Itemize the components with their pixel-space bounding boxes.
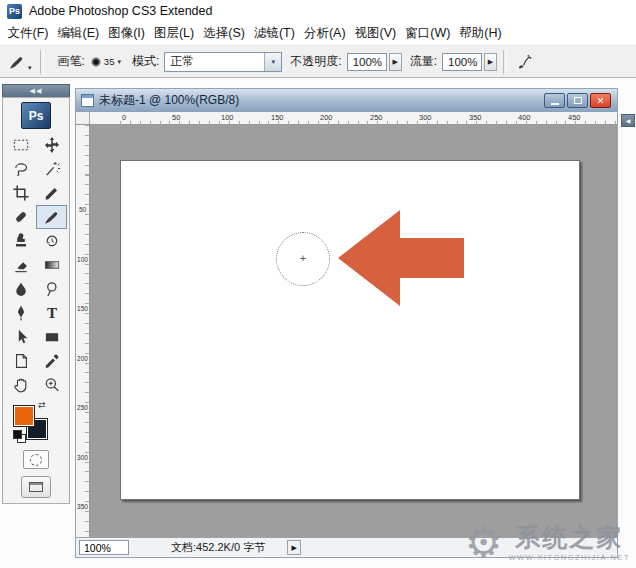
menu-file[interactable]: 文件(F) (3, 22, 53, 45)
brush-preset-picker[interactable]: 35 ▾ (88, 55, 124, 68)
zoom-level-input[interactable]: 100% (79, 540, 129, 555)
arrow-graphic (338, 210, 464, 306)
gradient-icon (43, 256, 61, 274)
tool-spot-healing-brush[interactable] (5, 205, 36, 229)
svg-text:T: T (46, 304, 56, 321)
tool-clone-stamp[interactable] (5, 229, 36, 253)
crop-icon (12, 184, 30, 202)
combo-dropdown-icon[interactable]: ▾ (264, 53, 281, 71)
blur-drop-icon (12, 280, 30, 298)
ruler-label: 450 (568, 113, 581, 122)
toolbox-collapse-button[interactable]: ◀◀ (2, 84, 70, 97)
brush-label: 画笔: (58, 53, 85, 70)
window-title: Adobe Photoshop CS3 Extended (29, 4, 212, 18)
tool-hand[interactable] (5, 373, 36, 397)
tool-eyedropper[interactable] (36, 349, 67, 373)
opacity-input[interactable]: 100% (347, 53, 387, 71)
mode-label: 模式: (132, 53, 159, 70)
canvas-area: + (90, 125, 617, 537)
separator (40, 50, 44, 74)
menu-window[interactable]: 窗口(W) (401, 22, 455, 45)
toolbox-body: Ps T (2, 97, 70, 504)
ruler-label: 350 (469, 113, 482, 122)
screen-mode-button[interactable] (21, 476, 51, 498)
status-bar: 100% 文档:452.2K/0 字节 ▶ (76, 537, 617, 557)
menu-filter[interactable]: 滤镜(T) (249, 22, 299, 45)
tool-brush[interactable] (36, 205, 67, 229)
photoshop-logo: Ps (21, 102, 51, 129)
close-button[interactable]: ✕ (590, 93, 611, 108)
move-icon (43, 136, 61, 154)
path-selection-icon (12, 328, 30, 346)
flow-slider-button[interactable]: ▶ (484, 53, 497, 71)
tool-zoom[interactable] (36, 373, 67, 397)
quick-mask-icon (30, 454, 42, 466)
tool-magic-wand[interactable] (36, 157, 67, 181)
menu-analysis[interactable]: 分析(A) (299, 22, 350, 45)
healing-brush-icon (12, 208, 30, 226)
default-colors-icon[interactable] (13, 430, 26, 443)
brush-cursor-circle: + (276, 232, 330, 286)
foreground-color-swatch[interactable] (13, 405, 35, 427)
slice-icon (43, 184, 61, 202)
menu-help[interactable]: 帮助(H) (455, 22, 506, 45)
tool-horizontal-type[interactable]: T (36, 301, 67, 325)
palette-dock-collapse-button[interactable]: ◀ (621, 114, 635, 127)
photoshop-app-icon: Ps (7, 4, 22, 19)
menu-edit[interactable]: 编辑(E) (53, 22, 104, 45)
dodge-icon (43, 280, 61, 298)
tool-slice[interactable] (36, 181, 67, 205)
tool-lasso[interactable] (5, 157, 36, 181)
tool-rectangle-shape[interactable] (36, 325, 67, 349)
menu-view[interactable]: 视图(V) (350, 22, 401, 45)
swap-colors-icon[interactable]: ⇄ (38, 400, 46, 410)
maximize-button[interactable] (567, 93, 588, 108)
opacity-label: 不透明度: (290, 53, 341, 70)
tool-notes[interactable] (5, 349, 36, 373)
magic-wand-icon (43, 160, 61, 178)
blend-mode-select[interactable]: 正常 ▾ (164, 52, 282, 72)
vertical-ruler: 50 100 150 200 250 300 350 400 (76, 125, 90, 537)
tool-preset-button[interactable]: ▾ (6, 52, 34, 72)
ruler-label: 50 (76, 206, 89, 213)
document-title-bar[interactable]: 未标题-1 @ 100%(RGB/8) ✕ (76, 89, 617, 112)
brush-cursor-cross-icon: + (300, 252, 306, 264)
menu-select[interactable]: 选择(S) (199, 22, 250, 45)
eraser-icon (12, 256, 30, 274)
tool-move[interactable] (36, 133, 67, 157)
document-window: 未标题-1 @ 100%(RGB/8) ✕ 0 50 100 150 200 2… (75, 88, 618, 558)
ruler-label: 100 (221, 113, 234, 122)
pen-icon (12, 304, 30, 322)
tool-path-selection[interactable] (5, 325, 36, 349)
history-brush-icon (43, 232, 61, 250)
menu-layer[interactable]: 图层(L) (149, 22, 198, 45)
menu-image[interactable]: 图像(I) (104, 22, 150, 45)
ruler-label: 300 (419, 113, 432, 122)
menu-bar: 文件(F) 编辑(E) 图像(I) 图层(L) 选择(S) 滤镜(T) 分析(A… (0, 22, 636, 45)
ruler-label: 100 (76, 256, 89, 263)
screen-mode-icon (29, 482, 43, 492)
tool-gradient[interactable] (36, 253, 67, 277)
photoshop-window: Ps Adobe Photoshop CS3 Extended 文件(F) 编辑… (0, 0, 636, 568)
status-menu-button[interactable]: ▶ (287, 540, 301, 555)
tool-pen[interactable] (5, 301, 36, 325)
ruler-label: 150 (76, 305, 89, 312)
opacity-slider-button[interactable]: ▶ (389, 53, 402, 71)
rectangular-marquee-icon (12, 136, 30, 154)
quick-mask-button[interactable] (23, 450, 49, 469)
tool-blur[interactable] (5, 277, 36, 301)
ruler-label: 350 (76, 503, 89, 510)
minimize-button[interactable] (544, 93, 565, 108)
hand-icon (12, 376, 30, 394)
flow-input[interactable]: 100% (442, 53, 482, 71)
canvas[interactable]: + (120, 160, 580, 500)
tool-rectangular-marquee[interactable] (5, 133, 36, 157)
tool-grid: T (4, 133, 68, 397)
tool-eraser[interactable] (5, 253, 36, 277)
airbrush-toggle[interactable] (513, 51, 535, 73)
tool-crop[interactable] (5, 181, 36, 205)
tool-history-brush[interactable] (36, 229, 67, 253)
tool-dodge[interactable] (36, 277, 67, 301)
separator (503, 50, 507, 74)
ruler-label: 200 (320, 113, 333, 122)
